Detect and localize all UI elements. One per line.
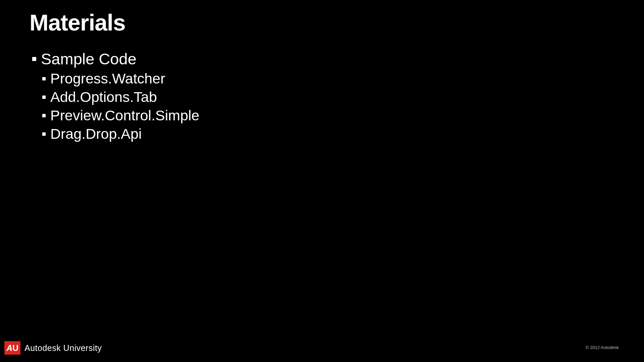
footer-brand: AU Autodesk University (4, 341, 102, 355)
bullet-level2: Preview.Control.Simple (42, 106, 200, 125)
slide-title: Materials (30, 9, 125, 36)
square-bullet-icon (42, 132, 46, 136)
sublist: Progress.Watcher Add.Options.Tab Preview… (42, 69, 200, 143)
square-bullet-icon (42, 96, 46, 99)
slide: Materials Sample Code Progress.Watcher A… (0, 0, 644, 362)
brand-label: Autodesk University (24, 343, 102, 353)
level2-text: Progress.Watcher (50, 69, 165, 88)
square-bullet-icon (32, 57, 36, 61)
logo-letter-u: U (12, 343, 18, 353)
square-bullet-icon (42, 77, 46, 80)
content-area: Sample Code Progress.Watcher Add.Options… (32, 50, 200, 143)
level1-text: Sample Code (41, 50, 137, 68)
logo-letter-a: A (6, 343, 12, 353)
au-logo-icon: AU (4, 341, 20, 355)
level2-text: Preview.Control.Simple (50, 106, 200, 125)
copyright-text: © 2012 Autodesk (586, 345, 619, 350)
level2-text: Add.Options.Tab (50, 88, 157, 106)
bullet-level2: Progress.Watcher (42, 69, 200, 88)
bullet-level1: Sample Code (32, 50, 200, 68)
bullet-level2: Add.Options.Tab (42, 88, 200, 106)
square-bullet-icon (42, 114, 46, 117)
bullet-level2: Drag.Drop.Api (42, 125, 200, 143)
level2-text: Drag.Drop.Api (50, 125, 142, 143)
